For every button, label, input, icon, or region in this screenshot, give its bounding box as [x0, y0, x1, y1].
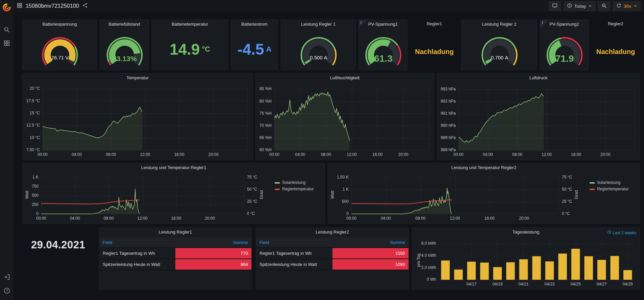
- row-label: Regler1 Tagesertrag in Wh: [99, 251, 175, 256]
- panel-title[interactable]: Leistung und Temperatur Regler2: [328, 163, 640, 172]
- pv-spannung1-gauge: [360, 29, 406, 69]
- panel-regler2-status: Regler2 Nachladung: [591, 20, 640, 70]
- panel-title[interactable]: Batteriefüllstand: [100, 20, 149, 29]
- help-icon[interactable]: ?: [0, 284, 14, 297]
- panel-title[interactable]: Luftfeuchtigkeit: [256, 74, 434, 82]
- panel-leistung-regler-2: Leistung Regler 2: [461, 20, 537, 70]
- column-header-field[interactable]: Field: [99, 240, 175, 245]
- batterietemperatur-value: 14.9: [170, 42, 200, 57]
- stat-value-wrap: -4.5 A: [231, 29, 278, 70]
- batteriestrom-unit: A: [266, 45, 272, 54]
- panel-title[interactable]: Leistung Regler 2: [462, 20, 537, 29]
- panel-pv-spannung1: i PV-Spannung1: [358, 20, 407, 70]
- zoom-out-button[interactable]: [598, 1, 610, 11]
- row-value: 1550: [332, 248, 409, 258]
- grafana-logo[interactable]: [0, 1, 14, 14]
- panel-title[interactable]: Leistung Regler2: [256, 228, 408, 237]
- regler2-chart[interactable]: [329, 172, 639, 223]
- column-header-summe[interactable]: Summe: [332, 240, 409, 245]
- tagesleistung-chart[interactable]: [414, 237, 639, 289]
- row-label: Spitzenleistung Heute in Watt: [256, 262, 332, 267]
- stat-value-wrap: 14.9 °C: [152, 29, 228, 70]
- clock-icon: [567, 3, 572, 9]
- row-label: Spitzenleistung Heute in Watt: [99, 262, 175, 267]
- panel-title[interactable]: Tagesleistung: [412, 228, 640, 237]
- panel-tagesleistung: Tagesleistung Last 2 weeks: [412, 227, 640, 290]
- panel-title[interactable]: Luftdruck: [437, 74, 640, 82]
- search-icon[interactable]: [0, 23, 14, 36]
- panel-temperatur: Temperatur: [22, 73, 253, 160]
- chevron-down-icon: [634, 4, 637, 9]
- topbar: 15060bmv721250100 Tod: [14, 0, 644, 12]
- panel-title[interactable]: Batteriestrom: [231, 20, 278, 29]
- panel-title[interactable]: Leistung Regler1: [99, 228, 251, 237]
- sign-in-icon[interactable]: [0, 270, 14, 284]
- panel-title[interactable]: Temperatur: [23, 74, 252, 82]
- time-range-picker[interactable]: Today: [564, 1, 596, 11]
- panel-luftdruck: Luftdruck: [437, 73, 640, 160]
- table-row: Regler1 Tagesertrag in Wh 770: [99, 248, 251, 259]
- panel-leistung-regler-1: Leistung Regler 1: [281, 20, 356, 70]
- regler2-table: Field Summe Regler1 Tagesertrag in Wh 15…: [256, 237, 408, 270]
- panel-batterietemperatur: Batterietemperatur 14.9 °C: [152, 20, 228, 70]
- panel-leistung-temperatur-regler1: Leistung und Temperatur Regler1: [22, 163, 325, 224]
- row-value: 864: [175, 259, 251, 270]
- panel-title[interactable]: Regler1: [410, 20, 459, 28]
- panel-title[interactable]: Regler2: [591, 20, 640, 28]
- batterietemperatur-unit: °C: [202, 45, 210, 54]
- dashboards-icon[interactable]: [0, 36, 14, 50]
- refresh-button-group[interactable]: 30s: [613, 1, 641, 11]
- apps-icon[interactable]: [17, 3, 22, 9]
- regler2-status-value: Nachladung: [591, 48, 640, 56]
- regler1-status-value: Nachladung: [410, 48, 459, 56]
- panel-title[interactable]: Leistung und Temperatur Regler1: [23, 163, 325, 172]
- batteriestrom-value: -4.5: [237, 42, 264, 57]
- regler1-table: Field Summe Regler1 Tagesertrag in Wh 77…: [99, 237, 251, 270]
- column-header-summe[interactable]: Summe: [175, 240, 251, 245]
- current-date: 29.04.2021: [31, 239, 85, 251]
- regler1-chart[interactable]: [24, 172, 324, 223]
- sidebar: ?: [0, 0, 14, 300]
- time-shift-label: Last 2 weeks: [613, 230, 636, 235]
- panel-batteriestrom: Batteriestrom -4.5 A: [231, 20, 278, 70]
- table-row: Spitzenleistung Heute in Watt 864: [99, 259, 251, 270]
- tv-mode-button[interactable]: [549, 1, 561, 11]
- panel-title[interactable]: Batterietemperatur: [152, 20, 228, 29]
- panel-batteriefuellstand: Batteriefüllstand: [100, 20, 149, 70]
- panel-leistung-temperatur-regler2: Leistung und Temperatur Regler2: [328, 163, 640, 224]
- column-header-field[interactable]: Field: [256, 240, 332, 245]
- panel-table-leistung-regler2: Leistung Regler2 Field Summe Regler1 Tag…: [256, 227, 409, 290]
- grafana-dashboard: ? 15060bmv721250100: [0, 0, 644, 300]
- table-row: Regler1 Tagesertrag in Wh 1550: [256, 248, 408, 259]
- chevron-down-icon: [588, 4, 592, 9]
- batteriespannung-gauge: [24, 29, 96, 69]
- refresh-icon: [616, 3, 621, 9]
- table-header-row: Field Summe: [256, 237, 408, 248]
- batteriefuellstand-gauge: [101, 29, 148, 69]
- row-label: Regler1 Tagesertrag in Wh: [256, 251, 332, 256]
- refresh-interval-label: 30s: [624, 4, 631, 9]
- row-value: 1093: [332, 259, 409, 270]
- dashboard-title[interactable]: 15060bmv721250100: [26, 3, 79, 9]
- share-icon[interactable]: [82, 3, 88, 9]
- pv-spannung2-gauge: [542, 29, 588, 69]
- panel-title[interactable]: Leistung Regler 1: [281, 20, 355, 29]
- panel-regler1-status: Regler1 Nachladung: [410, 20, 459, 70]
- zoom-out-icon: [601, 3, 607, 9]
- luftdruck-chart[interactable]: [439, 82, 639, 159]
- clock-icon: [607, 230, 611, 235]
- monitor-icon: [552, 3, 558, 9]
- leistung-regler-2-gauge: [463, 29, 536, 69]
- leistung-regler-1-gauge: [282, 29, 355, 69]
- panel-title[interactable]: PV-Spannung2: [540, 20, 588, 29]
- panel-title[interactable]: PV-Spannung1: [359, 20, 407, 29]
- svg-text:?: ?: [6, 289, 8, 293]
- time-shift-link[interactable]: Last 2 weeks: [607, 230, 636, 235]
- panel-luftfeuchtigkeit: Luftfeuchtigkeit: [255, 73, 434, 160]
- table-header-row: Field Summe: [99, 237, 251, 248]
- temperatur-chart[interactable]: [24, 82, 252, 159]
- luftfeuchtigkeit-chart[interactable]: [257, 82, 433, 159]
- panel-title[interactable]: Batteriespannung: [23, 20, 97, 29]
- row-value: 770: [175, 248, 251, 258]
- panel-batteriespannung: Batteriespannung: [22, 20, 97, 70]
